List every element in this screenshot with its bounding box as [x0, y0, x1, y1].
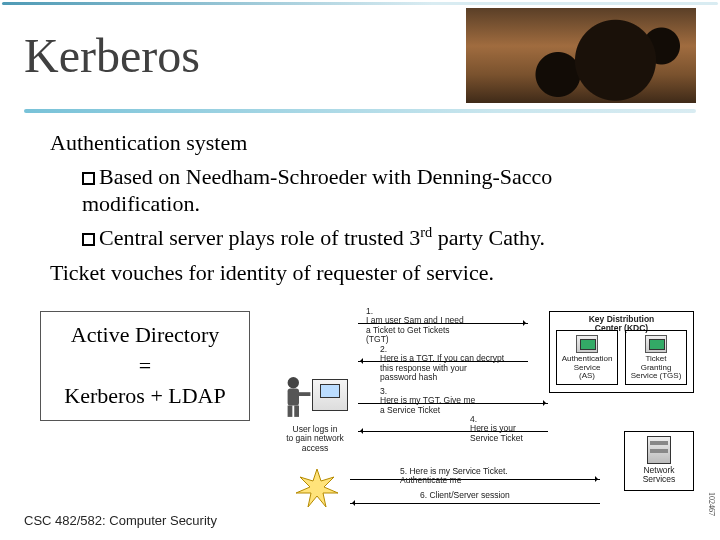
tgs-label: Ticket Granting Service (TGS)	[626, 355, 686, 381]
title-underline	[24, 109, 696, 113]
bullet-needham: Based on Needham-Schroeder with Denning-…	[50, 163, 670, 218]
arrow-6	[350, 503, 600, 504]
title-row: Kerberos	[0, 0, 720, 103]
step-2: 2. Here is a TGT. If you can decrypt thi…	[380, 345, 504, 382]
bullet-text-1: Based on Needham-Schroeder with Denning-…	[82, 164, 552, 217]
slide-title: Kerberos	[24, 28, 200, 83]
svg-rect-4	[299, 392, 310, 396]
bullet-central-server: Central server plays role of trusted 3rd…	[50, 224, 670, 252]
ns-label: Network Services	[627, 466, 691, 485]
kerberos-diagram: Key Distribution Center (KDC) Authentica…	[270, 311, 700, 521]
explosion-icon	[296, 469, 338, 507]
as-box: Authentication Service (AS)	[556, 330, 618, 385]
server-stack-icon	[647, 436, 671, 464]
server-icon	[576, 335, 598, 353]
bullet-text-2a: Central server plays role of trusted 3	[99, 225, 420, 250]
ad-line-3: Kerberos + LDAP	[55, 381, 235, 412]
step-3: 3. Here is my TGT. Give me a Service Tic…	[380, 387, 475, 415]
square-bullet-icon	[82, 233, 95, 246]
square-bullet-icon	[82, 172, 95, 185]
ad-line-2: =	[55, 351, 235, 382]
user-login-label: User logs in to gain network access	[270, 425, 360, 453]
lower-row: Active Directory = Kerberos + LDAP Key D…	[0, 293, 720, 521]
server-icon	[645, 335, 667, 353]
active-directory-box: Active Directory = Kerberos + LDAP	[40, 311, 250, 421]
svg-rect-3	[294, 405, 299, 416]
step-4: 4. Here is your Service Ticket	[470, 415, 523, 443]
pottery-illustration	[466, 8, 696, 103]
svg-rect-1	[288, 388, 299, 405]
svg-rect-2	[288, 405, 293, 416]
content-area: Authentication system Based on Needham-S…	[0, 125, 720, 287]
heading-auth-system: Authentication system	[50, 129, 670, 157]
step-6: 6. Client/Server session	[420, 491, 510, 500]
computer-icon	[312, 379, 348, 411]
svg-point-0	[288, 377, 299, 388]
tgs-box: Ticket Granting Service (TGS)	[625, 330, 687, 385]
footer-text: CSC 482/582: Computer Security	[24, 513, 217, 528]
bullet-text-2b: party Cathy.	[432, 225, 545, 250]
as-label: Authentication Service (AS)	[557, 355, 617, 381]
network-services-box: Network Services	[624, 431, 694, 491]
heading-ticket: Ticket vouches for identity of requester…	[50, 259, 670, 287]
title-image	[466, 8, 696, 103]
ordinal-rd: rd	[420, 224, 432, 240]
ad-line-1: Active Directory	[55, 320, 235, 351]
side-code: 102467	[707, 492, 716, 516]
kdc-box: Key Distribution Center (KDC) Authentica…	[549, 311, 694, 393]
svg-marker-5	[296, 469, 338, 507]
step-1: 1. I am user Sam and I need a Ticket to …	[366, 307, 464, 344]
step-5: 5. Here is my Service Ticket. Authentica…	[400, 467, 508, 486]
